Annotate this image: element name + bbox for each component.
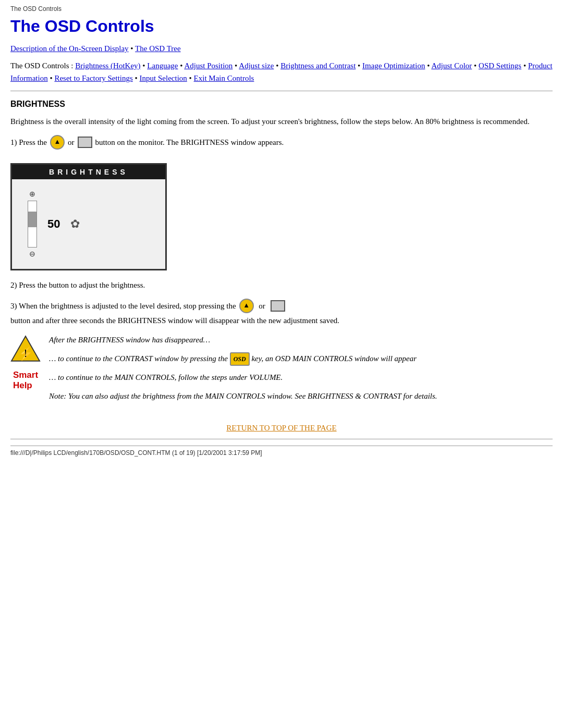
footer-bar: file:///D|/Philips LCD/english/170B/OSD/… — [10, 446, 553, 456]
page-title: The OSD Controls — [10, 17, 553, 36]
return-to-top-link[interactable]: RETURN TO TOP OF THE PAGE — [226, 424, 336, 432]
link-adjust-color[interactable]: Adjust Color — [431, 61, 472, 70]
breadcrumb-prefix: The OSD Controls : — [10, 61, 75, 70]
step1-prefix: 1) Press the — [10, 138, 47, 147]
blank-button-icon-2 — [271, 300, 285, 312]
divider-bottom — [10, 439, 553, 439]
smart-help-line2: … to continue to the CONTRAST window by … — [49, 352, 437, 366]
slider-up-arrow: ⊕ — [29, 190, 35, 199]
up-button-icon — [50, 135, 65, 150]
link-language[interactable]: Language — [147, 61, 178, 70]
browser-title: The OSD Controls — [10, 5, 553, 13]
link-image-optimization[interactable]: Image Optimization — [362, 61, 425, 70]
smart-help-label: SmartHelp — [13, 370, 38, 391]
link-description-osd[interactable]: Description of the On-Screen Display — [10, 44, 129, 53]
key-icon: OSD — [230, 352, 250, 366]
brightness-value: 50 — [47, 217, 60, 231]
smart-help-icon-area: ⚡ ! SmartHelp — [10, 334, 41, 391]
slider-track — [28, 201, 37, 248]
link-input-selection[interactable]: Input Selection — [140, 74, 187, 82]
blank-button-icon — [78, 137, 92, 148]
smart-help-text-area: After the BRIGHTNESS window has disappea… — [49, 334, 437, 403]
step1-or: or — [68, 138, 75, 147]
sun-icon: ✿ — [70, 217, 80, 231]
nav-links: Description of the On-Screen Display • T… — [10, 44, 553, 53]
link-adjust-position[interactable]: Adjust Position — [184, 61, 232, 70]
smart-help-box: ⚡ ! SmartHelp After the BRIGHTNESS windo… — [10, 334, 553, 403]
step3-prefix: 3) When the brightness is adjusted to th… — [10, 302, 236, 311]
link-exit-main-controls[interactable]: Exit Main Controls — [194, 74, 254, 82]
step1-suffix: button on the monitor. The BRIGHTNESS wi… — [95, 138, 284, 147]
smart-help-line1: After the BRIGHTNESS window has disappea… — [49, 334, 437, 347]
step3-or: or — [257, 302, 267, 311]
up-button-icon-2 — [239, 299, 254, 313]
link-reset-factory[interactable]: Reset to Factory Settings — [54, 74, 132, 82]
link-brightness-contrast[interactable]: Brightness and Contrast — [280, 61, 356, 70]
brightness-window-content: ⊕ ⊖ 50 ✿ — [12, 179, 165, 269]
divider-top — [10, 91, 553, 91]
brightness-window: BRIGHTNESS ⊕ ⊖ 50 ✿ — [10, 158, 553, 279]
link-osd-settings[interactable]: OSD Settings — [479, 61, 521, 70]
link-osd-tree[interactable]: The OSD Tree — [135, 44, 181, 53]
step2-text: 2) Press the button to adjust the bright… — [10, 279, 553, 291]
section-intro: Brightness is the overall intensity of t… — [10, 115, 553, 128]
svg-text:!: ! — [23, 347, 27, 360]
brightness-window-title: BRIGHTNESS — [12, 165, 165, 179]
link-brightness-hotkey[interactable]: Brightness (HotKey) — [75, 61, 140, 70]
step1-line: 1) Press the or button on the monitor. T… — [10, 135, 553, 150]
slider-container: ⊕ ⊖ — [28, 190, 37, 258]
smart-help-line3: … to continue to the MAIN CONTROLS, foll… — [49, 371, 437, 385]
breadcrumb-links: The OSD Controls : Brightness (HotKey) •… — [10, 59, 553, 84]
slider-thumb — [28, 212, 36, 227]
slider-down-arrow: ⊖ — [29, 250, 35, 258]
warning-icon: ⚡ ! — [10, 334, 41, 364]
link-adjust-size[interactable]: Adjust size — [239, 61, 274, 70]
section-heading: BRIGHTNESS — [10, 100, 553, 109]
step3-line: 3) When the brightness is adjusted to th… — [10, 299, 553, 325]
return-to-top-area: RETURN TO TOP OF THE PAGE — [10, 424, 553, 433]
step3-suffix: button and after three seconds the BRIGH… — [10, 316, 339, 325]
smart-help-note: Note: You can also adjust the brightness… — [49, 390, 437, 403]
